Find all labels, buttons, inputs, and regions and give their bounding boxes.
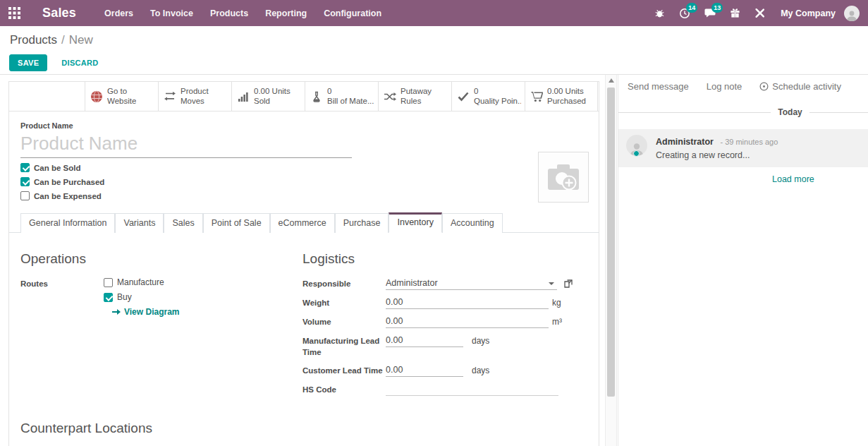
menu-products[interactable]: Products — [202, 0, 257, 26]
menu-to-invoice[interactable]: To Invoice — [142, 0, 202, 26]
external-link-icon[interactable] — [564, 279, 573, 288]
arrow-right-icon — [112, 308, 121, 315]
putaway-rules-button[interactable]: PutawayRules — [378, 82, 451, 111]
dropdown-caret-icon[interactable] — [549, 282, 554, 285]
tab-variants[interactable]: Variants — [115, 213, 164, 233]
shuffle-icon — [382, 92, 398, 102]
apps-menu-button[interactable] — [0, 7, 30, 19]
product-name-label: Product Name — [20, 121, 587, 130]
product-name-input[interactable] — [20, 131, 352, 158]
can-be-sold-row: Can be Sold — [20, 163, 587, 172]
bug-icon — [654, 8, 665, 18]
cart-icon — [529, 91, 544, 102]
top-navbar: Sales Orders To Invoice Products Reporti… — [0, 0, 868, 26]
send-message-button[interactable]: Send message — [628, 81, 689, 92]
apps-grid-icon — [8, 7, 20, 19]
save-button[interactable]: SAVE — [9, 54, 47, 71]
quality-points-button[interactable]: 0Quality Poin... — [451, 82, 525, 111]
units-purchased-button[interactable]: 0.00 UnitsPurchased — [525, 82, 598, 111]
volume-unit: m³ — [552, 317, 562, 327]
can-be-sold-label: Can be Sold — [34, 164, 80, 172]
date-divider: Today — [618, 107, 868, 117]
bill-of-materials-button[interactable]: 0Bill of Mate... — [305, 82, 378, 111]
message-text: Creating a new record... — [656, 150, 778, 160]
menu-configuration[interactable]: Configuration — [315, 0, 390, 26]
operations-section: Operations Routes Manufacture Buy — [20, 251, 297, 402]
mfg-lead-time-unit: days — [472, 336, 489, 346]
operations-heading: Operations — [20, 251, 297, 267]
volume-input[interactable] — [386, 315, 549, 328]
hs-code-row: HS Code — [302, 383, 587, 396]
scrollbar-up-arrow[interactable] — [609, 78, 614, 83]
user-avatar-icon — [845, 10, 858, 21]
customer-lead-time-unit: days — [472, 366, 489, 375]
activities-button[interactable]: 14 — [672, 0, 697, 26]
activity-count-badge: 14 — [686, 3, 697, 13]
routes-label: Routes — [20, 277, 104, 290]
messages-button[interactable]: 13 — [697, 0, 723, 26]
chatter-actions: Send message Log note Schedule activity — [618, 75, 868, 92]
can-be-sold-checkbox[interactable] — [20, 163, 30, 172]
tools-icon — [754, 8, 765, 18]
message-author[interactable]: Administrator — [656, 137, 714, 147]
logistics-heading: Logistics — [302, 251, 587, 267]
scrollbar-thumb[interactable] — [607, 88, 615, 397]
can-be-expensed-checkbox[interactable] — [20, 191, 30, 200]
responsible-input[interactable] — [386, 277, 557, 290]
tab-general-information[interactable]: General Information — [20, 213, 115, 233]
can-be-expensed-row: Can be Expensed — [20, 191, 587, 200]
message-avatar — [626, 135, 647, 156]
manufacture-checkbox[interactable] — [104, 278, 113, 287]
notebook-tabs: General Information Variants Sales Point… — [9, 212, 599, 233]
company-switcher[interactable]: My Company — [772, 8, 844, 18]
form-sheet: Go toWebsite ProductMoves — [8, 81, 599, 446]
go-to-website-button[interactable]: Go toWebsite — [85, 82, 158, 111]
transfer-arrows-icon — [162, 92, 178, 102]
product-image-upload[interactable] — [538, 152, 589, 203]
can-be-expensed-label: Can be Expensed — [34, 192, 102, 200]
app-name[interactable]: Sales — [42, 6, 76, 20]
view-diagram-link[interactable]: View Diagram — [112, 307, 179, 317]
check-icon — [456, 92, 471, 102]
tools-button[interactable] — [747, 0, 772, 26]
breadcrumb-products-link[interactable]: Products — [10, 33, 57, 47]
log-note-button[interactable]: Log note — [707, 81, 742, 92]
discard-button[interactable]: DISCARD — [53, 55, 106, 71]
bar-chart-icon — [236, 91, 251, 102]
tab-purchase[interactable]: Purchase — [335, 213, 389, 233]
load-more-link[interactable]: Load more — [772, 174, 814, 184]
debug-button[interactable] — [647, 0, 672, 26]
tab-inventory[interactable]: Inventory — [389, 212, 441, 233]
globe-icon — [89, 90, 104, 103]
chatter-panel: Send message Log note Schedule activity … — [618, 75, 868, 446]
hs-code-input[interactable] — [386, 383, 558, 396]
rewards-button[interactable] — [723, 0, 747, 26]
weight-unit: kg — [552, 298, 561, 308]
buy-label: Buy — [117, 292, 132, 302]
counterpart-heading: Counterpart Locations — [20, 421, 587, 436]
schedule-activity-button[interactable]: Schedule activity — [759, 81, 841, 92]
units-sold-button[interactable]: 0.00 UnitsSold — [231, 82, 305, 111]
mfg-lead-time-label: Manufacturing Lead Time — [302, 334, 386, 358]
user-menu-avatar[interactable] — [844, 6, 860, 21]
inventory-tab-content: Operations Routes Manufacture Buy — [9, 233, 599, 402]
customer-lead-time-label: Customer Lead Time — [302, 364, 386, 377]
tab-point-of-sale[interactable]: Point of Sale — [203, 213, 270, 233]
main-content: Go toWebsite ProductMoves — [0, 75, 868, 446]
customer-lead-time-input[interactable] — [386, 364, 463, 377]
menu-reporting[interactable]: Reporting — [257, 0, 315, 26]
weight-label: Weight — [302, 296, 386, 309]
tab-ecommerce[interactable]: eCommerce — [270, 213, 335, 233]
mfg-lead-time-input[interactable] — [386, 334, 463, 347]
stat-button-label: 0Bill of Mate... — [327, 87, 374, 107]
menu-orders[interactable]: Orders — [96, 0, 142, 26]
tab-accounting[interactable]: Accounting — [442, 213, 503, 233]
weight-input[interactable] — [386, 296, 549, 309]
tab-sales[interactable]: Sales — [164, 213, 202, 233]
buy-checkbox[interactable] — [104, 293, 113, 302]
message-body: Administrator - 39 minutes ago Creating … — [656, 135, 778, 160]
stat-button-label: 0.00 UnitsSold — [254, 87, 291, 107]
product-moves-button[interactable]: ProductMoves — [158, 82, 231, 111]
control-panel: Products/New SAVE DISCARD — [0, 26, 868, 75]
can-be-purchased-checkbox[interactable] — [20, 177, 30, 186]
